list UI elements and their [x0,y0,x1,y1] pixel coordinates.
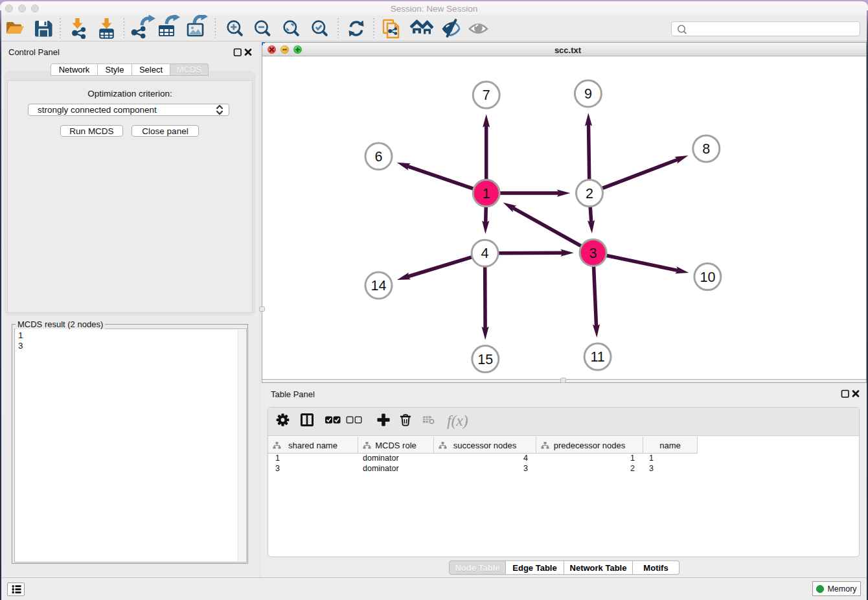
svg-text:3: 3 [589,246,597,261]
svg-text:15: 15 [477,352,493,367]
svg-text:7: 7 [483,87,490,103]
svg-text:f(x): f(x) [447,412,468,429]
svg-text:1: 1 [483,186,490,202]
svg-text:10: 10 [700,270,715,285]
svg-text:11: 11 [590,349,604,365]
svg-text:2: 2 [586,186,593,202]
svg-text:6: 6 [375,149,383,165]
svg-text:8: 8 [702,141,710,157]
svg-text:9: 9 [584,86,592,102]
svg-text:14: 14 [371,278,387,294]
svg-text:4: 4 [481,246,489,261]
